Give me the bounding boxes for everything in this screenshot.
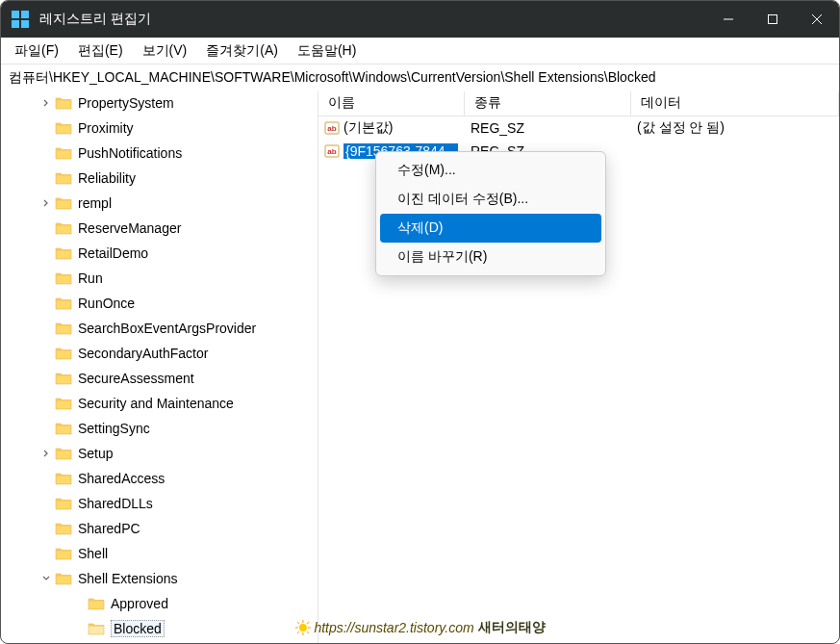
tree-panel[interactable]: PrecisionTouchPadPreviewHandlersPrivacyP…	[1, 91, 318, 643]
tree-item[interactable]: Run	[1, 266, 318, 291]
tree-item[interactable]: rempl	[1, 191, 318, 216]
tree-item-label: Setup	[78, 446, 114, 461]
list-row[interactable]: ab(기본값)REG_SZ(값 설정 안 됨)	[318, 116, 839, 140]
tree-item[interactable]: SharedAccess	[1, 466, 318, 491]
tree-item-label: Shell	[78, 546, 108, 561]
expand-icon[interactable]	[39, 450, 53, 457]
minimize-button[interactable]	[706, 1, 751, 38]
svg-point-12	[298, 624, 306, 631]
svg-rect-5	[769, 15, 777, 24]
tree-item-label: Approved	[111, 596, 168, 611]
window-title: 레지스트리 편집기	[39, 11, 706, 28]
tree-item-label: SecondaryAuthFactor	[78, 346, 208, 361]
list-header: 이름 종류 데이터	[318, 91, 839, 116]
tree-item-label: rempl	[78, 195, 112, 211]
value-data: (값 설정 안 됨)	[631, 119, 839, 137]
tree-item[interactable]: SearchBoxEventArgsProvider	[1, 316, 318, 341]
tree-item[interactable]: Setup	[1, 441, 318, 466]
tree-item-label: SettingSync	[78, 421, 150, 436]
svg-line-17	[296, 622, 298, 624]
value-type: REG_SZ	[465, 120, 631, 136]
context-menu: 수정(M)...이진 데이터 수정(B)...삭제(D)이름 바꾸기(R)	[375, 151, 606, 276]
tree-item[interactable]: RunOnce	[1, 291, 318, 316]
expand-icon[interactable]	[39, 575, 53, 582]
svg-line-18	[306, 631, 308, 633]
tree-item[interactable]: Approved	[1, 591, 318, 616]
tree-item[interactable]: Proximity	[1, 116, 318, 141]
svg-line-20	[296, 631, 298, 633]
titlebar: 레지스트리 편집기	[1, 1, 839, 38]
tree-item[interactable]: SharedDLLs	[1, 491, 318, 516]
address-path: 컴퓨터\HKEY_LOCAL_MACHINE\SOFTWARE\Microsof…	[9, 69, 655, 87]
value-name: (기본값)	[344, 119, 393, 137]
svg-line-19	[306, 622, 308, 624]
tree-item[interactable]: SharedPC	[1, 516, 318, 541]
tree-item[interactable]: PushNotifications	[1, 141, 318, 166]
tree-item[interactable]: Shell	[1, 541, 318, 566]
context-menu-item[interactable]: 이름 바꾸기(R)	[380, 243, 601, 271]
context-menu-item[interactable]: 이진 데이터 수정(B)...	[380, 185, 601, 214]
tree-item-label: SharedAccess	[78, 471, 165, 486]
tree-item-label: RetailDemo	[78, 245, 148, 261]
tree-item-label: RunOnce	[78, 296, 135, 311]
tree-item-label: Run	[78, 270, 103, 286]
expand-icon[interactable]	[39, 99, 53, 107]
close-button[interactable]	[795, 1, 839, 38]
tree-item[interactable]: Blocked	[1, 616, 318, 641]
menu-view[interactable]: 보기(V)	[133, 40, 197, 62]
watermark: https://sunstar2.tistory.com 새터의태양	[294, 619, 545, 636]
menu-edit[interactable]: 편집(E)	[68, 40, 133, 62]
svg-rect-3	[21, 20, 29, 28]
header-data[interactable]: 데이터	[631, 91, 839, 116]
svg-text:ab: ab	[327, 124, 336, 133]
sun-icon	[294, 620, 310, 635]
tree-item[interactable]: ReserveManager	[1, 216, 318, 241]
svg-rect-0	[12, 11, 19, 18]
expand-icon[interactable]	[39, 199, 53, 207]
tree-item-label: Reliability	[78, 170, 136, 186]
menu-help[interactable]: 도움말(H)	[288, 40, 366, 62]
menu-file[interactable]: 파일(F)	[5, 40, 68, 62]
svg-text:ab: ab	[327, 147, 336, 156]
tree-item[interactable]: Security and Maintenance	[1, 391, 318, 416]
tree-item[interactable]: PropertySystem	[1, 91, 318, 116]
header-name[interactable]: 이름	[318, 91, 465, 116]
tree-item-label: SecureAssessment	[78, 371, 194, 386]
tree-item-label: ReserveManager	[78, 220, 181, 236]
registry-editor-window: 레지스트리 편집기 파일(F) 편집(E) 보기(V) 즐겨찾기(A) 도움말(…	[0, 0, 840, 644]
tree-item-label: SharedDLLs	[78, 496, 153, 511]
menubar: 파일(F) 편집(E) 보기(V) 즐겨찾기(A) 도움말(H)	[1, 38, 839, 64]
tree-item-label: PropertySystem	[78, 95, 174, 111]
tree-item-label: Security and Maintenance	[78, 396, 234, 411]
tree-item[interactable]: SettingSync	[1, 416, 318, 441]
tree-item-label: SharedPC	[78, 521, 140, 536]
watermark-url: https://sunstar2.tistory.com	[314, 620, 473, 635]
tree-item[interactable]: SecureAssessment	[1, 366, 318, 391]
svg-rect-2	[12, 20, 19, 28]
menu-favorites[interactable]: 즐겨찾기(A)	[196, 40, 288, 62]
app-icon	[11, 10, 30, 29]
maximize-button[interactable]	[751, 1, 795, 38]
tree-item[interactable]: Reliability	[1, 166, 318, 191]
tree-item[interactable]: RetailDemo	[1, 241, 318, 266]
tree-item-label: PushNotifications	[78, 145, 182, 161]
tree-item[interactable]: SecondaryAuthFactor	[1, 341, 318, 366]
context-menu-item[interactable]: 삭제(D)	[380, 214, 601, 243]
svg-rect-1	[21, 11, 29, 18]
address-bar[interactable]: 컴퓨터\HKEY_LOCAL_MACHINE\SOFTWARE\Microsof…	[1, 64, 839, 91]
header-type[interactable]: 종류	[465, 91, 631, 116]
watermark-name: 새터의태양	[478, 619, 546, 636]
tree-item[interactable]: Shell Extensions	[1, 566, 318, 591]
tree-item-label: Shell Extensions	[78, 571, 178, 586]
tree-item-label: Blocked	[111, 620, 165, 637]
tree-item-label: SearchBoxEventArgsProvider	[78, 321, 256, 336]
tree-item-label: Proximity	[78, 120, 134, 136]
context-menu-item[interactable]: 수정(M)...	[380, 156, 601, 185]
